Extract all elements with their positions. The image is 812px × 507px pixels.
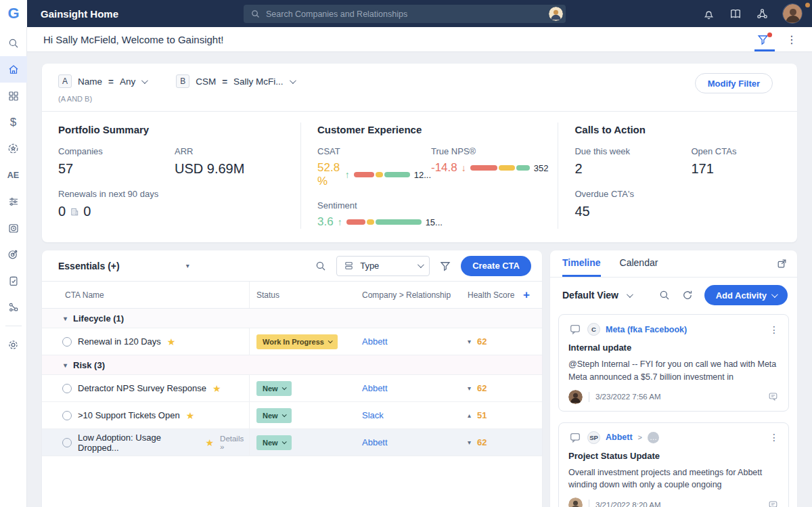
entry-company-link[interactable]: Abbett: [606, 433, 633, 442]
filter-rule-a[interactable]: A Name = Any: [58, 74, 146, 88]
sidebar-divider: [5, 326, 22, 326]
priority-star-icon[interactable]: ★: [167, 336, 176, 347]
org-network-icon[interactable]: [756, 7, 769, 20]
cta-search-icon[interactable]: [315, 260, 327, 272]
cta-complete-radio[interactable]: [62, 337, 72, 347]
status-badge[interactable]: New: [256, 408, 292, 423]
status-badge[interactable]: Work In Progress: [256, 334, 338, 349]
sidebar-success-badge-icon[interactable]: [0, 135, 27, 162]
cta-row[interactable]: >10 Support Tickets Open ★ New Slack ▴ 5…: [42, 402, 542, 429]
cta-name[interactable]: >10 Support Tickets Open: [78, 410, 180, 420]
entry-author-avatar[interactable]: [568, 390, 583, 404]
company-link[interactable]: Abbett: [362, 383, 388, 393]
col-company[interactable]: Company > Relationship: [355, 290, 464, 300]
search-input[interactable]: [266, 9, 543, 19]
timeline-entry[interactable]: C Meta (fka Facebook) ⋮ Internal update …: [558, 314, 789, 412]
sidebar-goals-target-icon[interactable]: [0, 241, 27, 267]
tab-timeline[interactable]: Timeline: [562, 250, 601, 277]
entry-title[interactable]: Internal update: [568, 343, 779, 353]
comment-icon[interactable]: [767, 500, 779, 507]
create-cta-button[interactable]: Create CTA: [461, 256, 531, 276]
rule-b-value[interactable]: Sally McFi...: [233, 76, 284, 87]
sidebar-ae-item[interactable]: AE: [0, 162, 27, 188]
timeline-entry[interactable]: SP Abbett > … ⋮ Project Status Update Ov…: [558, 422, 789, 507]
company-link[interactable]: Slack: [362, 410, 384, 420]
timeline-controls: Default View Add Activity: [550, 278, 797, 311]
score-trend-icon[interactable]: ▾: [468, 439, 471, 446]
gainsight-logo[interactable]: G: [0, 0, 27, 27]
score-trend-icon[interactable]: ▾: [468, 338, 471, 345]
cta-view-selector[interactable]: Essentials (+) ▾: [58, 261, 189, 271]
sidebar-search-icon[interactable]: [0, 30, 27, 56]
page-kebab-menu[interactable]: ⋮: [778, 33, 805, 46]
details-link[interactable]: Details »: [220, 435, 249, 451]
widget-title: Portfolio Summary: [58, 124, 291, 135]
sidebar-home-icon[interactable]: [0, 56, 27, 83]
page-filter-button[interactable]: [748, 27, 778, 51]
priority-star-icon[interactable]: ★: [186, 410, 195, 421]
entry-kebab-menu[interactable]: ⋮: [769, 324, 779, 335]
timeline-view-selector[interactable]: Default View: [562, 290, 631, 301]
timeline-search-icon[interactable]: [658, 289, 671, 301]
add-column-button[interactable]: +: [523, 288, 530, 302]
status-badge[interactable]: New: [256, 435, 292, 450]
notifications-bell-icon[interactable]: [702, 7, 715, 20]
score-trend-icon[interactable]: ▴: [468, 412, 471, 419]
group-row-lifecycle[interactable]: ▾ Lifecycle (1): [42, 309, 542, 328]
expand-external-link-icon[interactable]: [776, 258, 788, 269]
priority-star-icon[interactable]: ★: [206, 437, 215, 448]
modify-filter-button[interactable]: Modify Filter: [695, 73, 773, 93]
search-avatar[interactable]: [549, 7, 563, 21]
col-health-label[interactable]: Health Score: [468, 290, 514, 300]
company-link[interactable]: Abbett: [362, 336, 388, 347]
status-badge[interactable]: New: [256, 381, 292, 396]
topbar-actions: [702, 3, 812, 24]
caret-down-icon: ▾: [64, 361, 67, 369]
csat-value: 52.8 %: [317, 161, 341, 188]
rule-a-value[interactable]: Any: [120, 76, 135, 87]
entry-company-link[interactable]: Meta (fka Facebook): [606, 325, 687, 334]
tab-calendar[interactable]: Calendar: [620, 250, 658, 277]
cta-row[interactable]: Detractor NPS Survey Response ★ New Abbe…: [42, 375, 542, 402]
global-search[interactable]: [244, 5, 566, 23]
cta-complete-radio[interactable]: [62, 384, 72, 393]
relationship-more-chip[interactable]: …: [648, 432, 659, 443]
sidebar-dashboards-icon[interactable]: [0, 83, 27, 109]
cta-name[interactable]: Renewal in 120 Days: [78, 336, 161, 347]
sidebar-timeline-clock-icon[interactable]: [0, 215, 27, 241]
sidebar-surveys-clipboard-icon[interactable]: [0, 267, 27, 294]
group-row-risk[interactable]: ▾ Risk (3): [42, 355, 542, 375]
sidebar-revenue-icon[interactable]: $: [0, 109, 27, 135]
cta-complete-radio[interactable]: [62, 411, 72, 420]
cta-row[interactable]: Low Adoption: Usage Dropped... ★ Details…: [42, 429, 542, 456]
caret-down-icon: ▾: [186, 262, 189, 269]
cta-complete-radio[interactable]: [62, 438, 72, 447]
trend-up-icon: ↑: [345, 169, 350, 180]
rule-b-field: CSM: [196, 76, 216, 87]
knowledge-book-icon[interactable]: [729, 7, 742, 20]
user-avatar[interactable]: [782, 3, 803, 24]
entry-title[interactable]: Project Status Update: [568, 451, 779, 461]
cta-filter-funnel-icon[interactable]: [439, 260, 451, 272]
company-link[interactable]: Abbett: [362, 437, 388, 447]
col-status[interactable]: Status: [250, 290, 355, 300]
sidebar-admin-gear-icon[interactable]: [0, 332, 27, 358]
score-trend-icon[interactable]: ▾: [468, 384, 471, 392]
comment-icon[interactable]: [767, 391, 779, 402]
entry-kebab-menu[interactable]: ⋮: [769, 432, 779, 443]
due-this-week-value: 2: [574, 161, 691, 177]
refresh-icon[interactable]: [681, 289, 694, 301]
sidebar-journey-icon[interactable]: [0, 294, 27, 320]
add-activity-button[interactable]: Add Activity: [704, 285, 788, 305]
cta-name[interactable]: Detractor NPS Survey Response: [78, 383, 206, 393]
cta-row[interactable]: Renewal in 120 Days ★ Work In Progress A…: [42, 328, 542, 355]
arr-label: ARR: [175, 146, 291, 156]
due-this-week-label: Due this week: [574, 146, 691, 156]
filter-rule-b[interactable]: B CSM = Sally McFi...: [176, 74, 294, 88]
sidebar-filters-icon[interactable]: [0, 188, 27, 215]
col-cta-name[interactable]: CTA Name: [42, 282, 250, 308]
priority-star-icon[interactable]: ★: [212, 383, 221, 394]
cta-name[interactable]: Low Adoption: Usage Dropped...: [78, 433, 200, 453]
entry-author-avatar[interactable]: [568, 498, 583, 507]
type-filter-dropdown[interactable]: Type: [336, 256, 430, 276]
